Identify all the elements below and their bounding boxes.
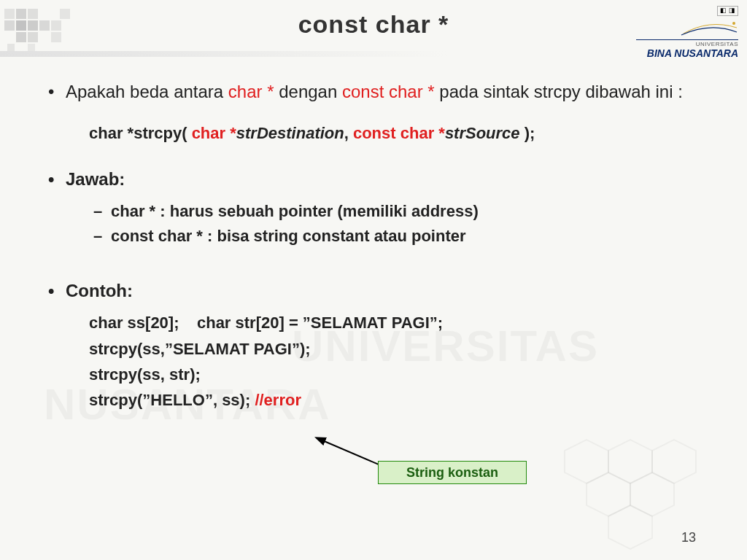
page-number: 13 xyxy=(681,530,696,545)
text-fragment-italic: strSource xyxy=(445,124,520,142)
bullet-jawab-1: char * : harus sebuah pointer (memiliki … xyxy=(44,199,700,224)
text-fragment-red: const char * xyxy=(353,124,445,142)
text-fragment-red: const char * xyxy=(342,82,435,101)
slide-title: const char * xyxy=(0,10,747,39)
svg-marker-4 xyxy=(587,472,630,516)
svg-marker-6 xyxy=(652,440,696,483)
hex-pattern-icon xyxy=(535,436,725,553)
brand-logo: ◧ ◨ UNIVERSITAS BINA NUSANTARA xyxy=(636,6,738,59)
text-fragment-red: char * xyxy=(228,82,274,101)
text-fragment: , xyxy=(344,124,353,142)
text-fragment: pada sintak strcpy dibawah ini : xyxy=(435,82,683,101)
text-fragment: strcpy(”HELLO”, ss); xyxy=(89,391,255,409)
title-underline-bar xyxy=(0,51,747,57)
svg-marker-7 xyxy=(608,505,652,549)
callout-string-konstan: String konstan xyxy=(378,461,527,484)
bullet-contoh-label: Contoh: xyxy=(44,279,700,303)
svg-marker-5 xyxy=(630,472,674,516)
code-line-3: strcpy(ss, str); xyxy=(44,362,700,387)
brand-name: BINA NUSANTARA xyxy=(636,48,738,59)
text-fragment: char *strcpy( xyxy=(89,124,192,142)
text-fragment: Apakah beda antara xyxy=(66,82,228,101)
function-signature: char *strcpy( char *strDestination, cons… xyxy=(44,124,700,143)
bullet-jawab-2: const char * : bisa string constant atau… xyxy=(44,224,700,249)
code-line-4: strcpy(”HELLO”, ss); //error xyxy=(44,387,700,413)
bullet-jawab-label: Jawab: xyxy=(44,168,700,191)
svg-point-0 xyxy=(732,22,735,25)
text-fragment-red: //error xyxy=(255,391,301,409)
bullet-question: Apakah beda antara char * dengan const c… xyxy=(44,80,700,104)
brand-swoosh-icon xyxy=(680,19,738,38)
text-fragment: ); xyxy=(520,124,535,142)
text-fragment-red: char * xyxy=(192,124,236,142)
brand-flags-icon: ◧ ◨ xyxy=(717,6,738,16)
svg-marker-2 xyxy=(565,440,608,483)
code-line-2: strcpy(ss,”SELAMAT PAGI”); xyxy=(44,336,700,362)
text-fragment-italic: strDestination xyxy=(236,124,344,142)
code-line-1: char ss[20]; char str[20] = ”SELAMAT PAG… xyxy=(44,310,700,335)
text-fragment: dengan xyxy=(274,82,342,101)
svg-marker-3 xyxy=(608,440,652,483)
slide-content: Apakah beda antara char * dengan const c… xyxy=(44,80,700,413)
